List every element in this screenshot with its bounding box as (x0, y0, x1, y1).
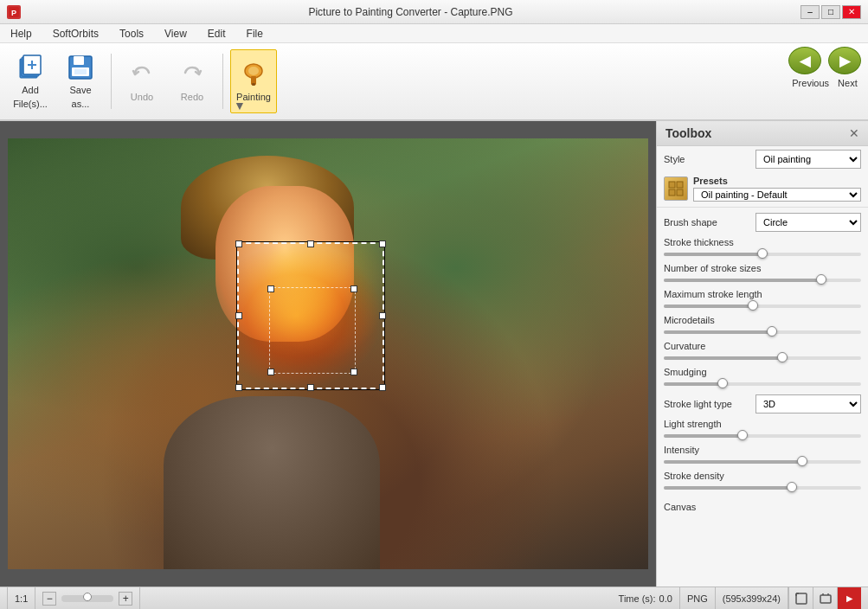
add-files-icon (16, 54, 44, 81)
svg-rect-15 (669, 182, 675, 188)
stroke-density-slider[interactable] (664, 486, 861, 490)
microdetails-slider[interactable] (664, 330, 861, 334)
close-button[interactable]: ✕ (842, 5, 861, 19)
selection-box (237, 242, 384, 389)
toolbox-title: Toolbox (665, 126, 711, 140)
body-area (164, 396, 380, 569)
presets-icon (664, 176, 688, 201)
light-strength-row: Light strength (657, 417, 868, 443)
canvas-area[interactable] (0, 121, 656, 587)
undo-label: Undo (131, 92, 153, 102)
inner-handle-br[interactable] (350, 369, 357, 375)
intensity-label: Intensity (664, 445, 861, 455)
inner-handle-tr[interactable] (350, 285, 357, 292)
save-as-button[interactable]: Save as... (57, 49, 104, 113)
next-label: Next (838, 78, 858, 88)
presets-select[interactable]: Oil painting - Default (693, 188, 861, 202)
fullscreen-button[interactable] (813, 587, 837, 610)
undo-button[interactable]: Undo (119, 49, 165, 113)
redo-label: Redo (181, 92, 203, 102)
stroke-thickness-slider[interactable] (664, 253, 861, 256)
fit-button[interactable] (788, 587, 813, 610)
time-label: Time (s): (619, 593, 656, 604)
intensity-slider[interactable] (664, 460, 861, 464)
brush-shape-select[interactable]: Circle (755, 213, 861, 232)
handle-tm[interactable] (307, 240, 314, 247)
handle-tl[interactable] (235, 240, 242, 247)
inner-handle-bl[interactable] (267, 369, 274, 375)
stroke-thickness-label: Stroke thickness (664, 237, 861, 247)
stroke-light-type-row: Stroke light type 3D (657, 391, 868, 417)
toolbox-close-button[interactable]: ✕ (849, 126, 859, 140)
app-icon: P (7, 5, 21, 19)
canvas-label: Canvas (664, 502, 750, 512)
handle-br[interactable] (379, 384, 386, 391)
menu-softorbits[interactable]: SoftOrbits (49, 26, 102, 42)
selection-inner (269, 287, 356, 374)
zoom-level: 1:1 (15, 593, 28, 604)
next-button[interactable]: ▶ (828, 47, 861, 74)
menu-help[interactable]: Help (7, 26, 35, 42)
undo-icon (128, 61, 156, 88)
dimensions-section: (595x399x24) (716, 587, 788, 609)
window-controls: – □ ✕ (800, 5, 861, 19)
inner-handle-tl[interactable] (267, 285, 274, 292)
presets-label: Presets (693, 176, 861, 186)
window-title: Picture to Painting Converter - Capture.… (21, 6, 800, 18)
handle-bm[interactable] (307, 384, 314, 391)
zoom-slider[interactable] (61, 595, 113, 602)
svg-text:P: P (11, 9, 16, 17)
status-right-buttons: ▶ (788, 587, 861, 610)
style-select[interactable]: Oil painting (755, 150, 861, 169)
smudging-slider[interactable] (664, 382, 861, 386)
smudging-row: Smudging (657, 365, 868, 391)
svg-rect-17 (669, 189, 675, 196)
divider-1 (657, 207, 868, 208)
svg-rect-16 (677, 182, 683, 188)
handle-ml[interactable] (235, 312, 242, 319)
previous-button[interactable]: ◀ (788, 47, 821, 74)
brush-shape-label: Brush shape (664, 217, 750, 228)
stroke-density-row: Stroke density (657, 469, 868, 495)
zoom-out-button[interactable]: − (42, 592, 56, 606)
save-as-icon (67, 54, 94, 81)
handle-bl[interactable] (235, 384, 242, 391)
zoom-in-button[interactable]: + (119, 592, 132, 606)
maximize-button[interactable]: □ (821, 5, 840, 19)
add-files-label: Add (22, 85, 39, 95)
toolbox-panel: Toolbox ✕ Style Oil painting Presets (656, 121, 868, 587)
minimize-button[interactable]: – (800, 5, 820, 19)
canvas-row: Canvas (657, 495, 868, 519)
painting-canvas (8, 138, 648, 569)
nav-buttons: ◀ ▶ Previous Next (788, 47, 861, 88)
add-files-sublabel: File(s)... (13, 99, 48, 109)
menu-view[interactable]: View (161, 26, 190, 42)
microdetails-row: Microdetails (657, 313, 868, 339)
max-stroke-length-slider[interactable] (664, 304, 861, 308)
curvature-slider[interactable] (664, 356, 861, 360)
curvature-row: Curvature (657, 339, 868, 365)
stroke-light-type-select[interactable]: 3D (755, 394, 861, 413)
svg-rect-19 (796, 593, 807, 604)
zoom-buttons: − + (42, 592, 132, 606)
intensity-row: Intensity (657, 443, 868, 469)
youtube-button[interactable]: ▶ (837, 587, 861, 610)
curvature-label: Curvature (664, 341, 861, 351)
menu-file[interactable]: File (243, 26, 267, 42)
stroke-thickness-row: Stroke thickness (657, 235, 868, 261)
svg-rect-10 (74, 69, 87, 74)
stroke-density-label: Stroke density (664, 471, 861, 481)
menu-edit[interactable]: Edit (204, 26, 229, 42)
handle-mr[interactable] (379, 312, 386, 319)
light-strength-slider[interactable] (664, 434, 861, 438)
add-files-button[interactable]: Add File(s)... (7, 49, 54, 113)
redo-button[interactable]: Redo (169, 49, 215, 113)
format-value: PNG (687, 593, 708, 604)
more-tools-indicator: ▼ (234, 99, 246, 112)
stroke-sizes-slider[interactable] (664, 279, 861, 282)
handle-tr[interactable] (379, 240, 386, 247)
style-row: Style Oil painting (657, 146, 868, 172)
menu-tools[interactable]: Tools (116, 26, 147, 42)
smudging-label: Smudging (664, 367, 861, 377)
max-stroke-length-label: Maximum stroke length (664, 289, 861, 299)
